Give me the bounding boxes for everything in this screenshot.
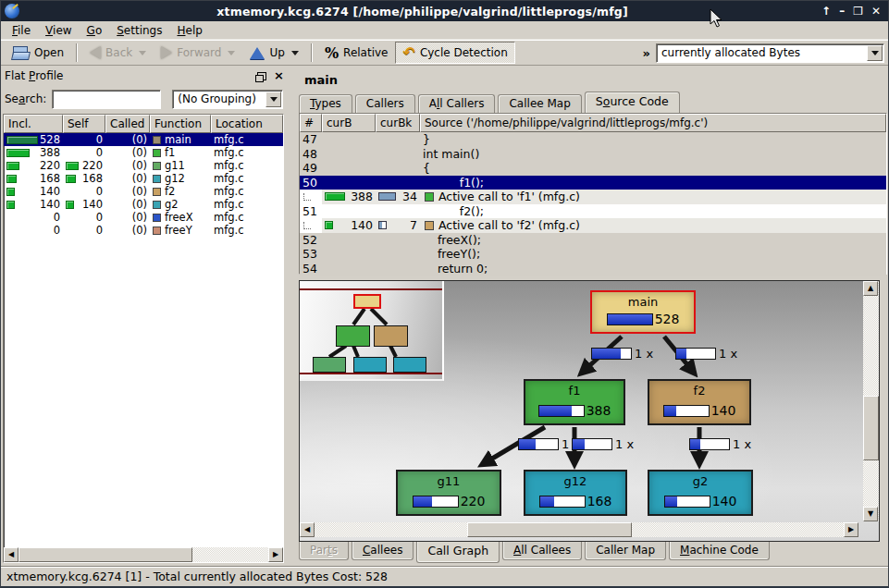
shade-button[interactable]: ↑ (821, 2, 831, 20)
source-column-header[interactable]: curBk (376, 114, 420, 132)
source-column-header[interactable]: # (300, 114, 322, 132)
scroll-up-icon[interactable]: ▲ (863, 281, 878, 296)
event-type-select[interactable]: currently allocated Bytes (656, 43, 884, 63)
mouse-cursor (710, 8, 723, 29)
node-cost-bar (664, 496, 710, 508)
source-line[interactable]: 51 f2(); (300, 204, 886, 219)
menu-file[interactable]: File (5, 22, 38, 39)
source-line[interactable]: 53 freeY(); (300, 247, 886, 262)
graph-vscrollbar[interactable]: ▲ ▼ (863, 281, 879, 521)
graph-node-f1[interactable]: f1388 (524, 379, 625, 425)
table-row[interactable]: 5280(0)mainmfg.c (4, 133, 283, 146)
call-graph-panel[interactable]: main528f1388f2140g11220g12168g2140 1 x1 … (299, 280, 880, 542)
graph-node-g2[interactable]: g2140 (648, 470, 753, 516)
table-row[interactable]: 140140(0)g2mfg.c (4, 198, 283, 211)
grouping-dropdown-button[interactable] (265, 92, 281, 107)
scroll-thumb[interactable] (863, 396, 879, 460)
maximize-button[interactable]: ❒ (853, 2, 863, 20)
flat-profile-hscrollbar[interactable]: ◀ ▶ (4, 547, 283, 562)
scroll-left-icon[interactable]: ◀ (300, 522, 315, 537)
line-number: 54 (303, 262, 317, 276)
source-line[interactable]: 54 return 0; (300, 262, 886, 276)
toolbar-overflow-chevron[interactable]: » (637, 46, 656, 60)
tab-source-code[interactable]: Source Code (585, 92, 680, 113)
scroll-right-icon[interactable]: ▶ (844, 522, 858, 537)
dock-close-icon[interactable]: × (274, 70, 284, 81)
menu-view[interactable]: View (38, 22, 79, 39)
menu-help[interactable]: Help (169, 22, 209, 39)
source-line[interactable]: 47} (300, 132, 886, 147)
edge-count: 1 x (615, 437, 634, 451)
graph-hscrollbar[interactable]: ◀ ▶ (300, 522, 858, 537)
tab-machine-code[interactable]: Machine Code (669, 542, 770, 560)
table-row[interactable]: 1400(0)f2mfg.c (4, 185, 283, 198)
forward-icon (161, 46, 172, 59)
tab-all-callees[interactable]: All Callees (502, 542, 582, 560)
graph-node-g11[interactable]: g11220 (396, 470, 501, 516)
column-header-location[interactable]: Location (211, 115, 283, 133)
grouping-select[interactable]: (No Grouping) (172, 90, 283, 109)
dock-float-icon[interactable] (257, 72, 266, 80)
graph-node-main[interactable]: main528 (590, 290, 696, 334)
graph-overview-minimap[interactable] (300, 281, 444, 381)
node-cost-value: 140 (712, 494, 737, 508)
up-button[interactable]: Up (242, 42, 305, 64)
tab-callee-map[interactable]: Callee Map (498, 94, 581, 113)
self-value: 0 (66, 133, 103, 146)
relative-toggle-button[interactable]: % Relative (317, 42, 396, 64)
graph-node-f2[interactable]: f2140 (648, 379, 751, 425)
back-button[interactable]: Back (82, 42, 154, 64)
tab-callees[interactable]: Callees (352, 542, 414, 560)
scroll-left-icon[interactable]: ◀ (4, 547, 19, 562)
node-cost-value: 140 (711, 403, 736, 418)
search-input[interactable] (52, 90, 161, 109)
source-column-header[interactable]: curB (322, 114, 376, 132)
source-line[interactable]: 49{ (300, 161, 886, 176)
flat-profile-rows: 5280(0)mainmfg.c3880(0)f1mfg.c220220(0)g… (4, 133, 283, 237)
scroll-thumb[interactable] (467, 522, 632, 537)
app-icon (5, 4, 19, 18)
table-row[interactable]: 3880(0)f1mfg.c (4, 146, 283, 159)
flat-profile-header[interactable]: Flat Profile × (3, 67, 288, 84)
minimap-node-g2 (393, 357, 426, 373)
incl-value: 0 (6, 211, 60, 224)
source-line[interactable]: 48int main() (300, 147, 886, 162)
scroll-right-icon[interactable]: ▶ (268, 547, 283, 562)
source-line[interactable]: 38834Active call to 'f1' (mfg.c) (300, 190, 886, 204)
column-header-called[interactable]: Called (105, 115, 150, 133)
menu-go[interactable]: Go (80, 22, 110, 39)
table-row[interactable]: 220220(0)g11mfg.c (4, 159, 283, 172)
graph-node-g12[interactable]: g12168 (524, 470, 627, 516)
tab-call-graph[interactable]: Call Graph (416, 542, 500, 563)
open-button[interactable]: Open (5, 42, 71, 64)
source-line[interactable]: 50 f1(); (300, 176, 886, 190)
table-row[interactable]: 168168(0)g12mfg.c (4, 172, 283, 185)
event-type-dropdown-button[interactable] (867, 45, 883, 61)
source-line[interactable]: 1407Active call to 'f2' (mfg.c) (300, 218, 886, 233)
source-column-header[interactable]: Source ('/home/philippe/valgrind/littlep… (420, 114, 886, 132)
table-row[interactable]: 00(0)freeXmfg.c (4, 211, 283, 224)
tab-parts[interactable]: Parts (299, 542, 349, 560)
minimize-button[interactable]: – (839, 2, 845, 20)
column-header-function[interactable]: Function (150, 115, 211, 133)
column-header-self[interactable]: Self (63, 115, 105, 133)
table-row[interactable]: 00(0)freeYmfg.c (4, 224, 283, 237)
function-name: f1 (165, 146, 175, 159)
tab-all-callers[interactable]: All Callers (418, 94, 496, 113)
forward-button[interactable]: Forward (154, 42, 242, 64)
cycle-detection-button[interactable]: ↶ Cycle Detection (395, 42, 514, 64)
title-bar[interactable]: xtmemory.kcg.6274 [/home/philippe/valgri… (1, 1, 888, 21)
column-header-incl[interactable]: Incl. (4, 115, 63, 133)
source-line[interactable]: 52 freeX(); (300, 233, 886, 248)
close-button[interactable]: ✕ (871, 2, 881, 20)
tab-callers[interactable]: Callers (355, 94, 415, 113)
menu-settings[interactable]: Settings (109, 22, 169, 39)
event-type-value: currently allocated Bytes (657, 46, 866, 59)
scroll-thumb[interactable] (19, 547, 192, 562)
tab-types[interactable]: Types (299, 94, 352, 113)
scroll-down-icon[interactable]: ▼ (863, 507, 878, 521)
tab-caller-map[interactable]: Caller Map (585, 542, 666, 560)
called-value: (0) (108, 133, 147, 146)
window-controls: ↑–❒✕ (821, 2, 881, 20)
line-number: 48 (303, 147, 317, 161)
